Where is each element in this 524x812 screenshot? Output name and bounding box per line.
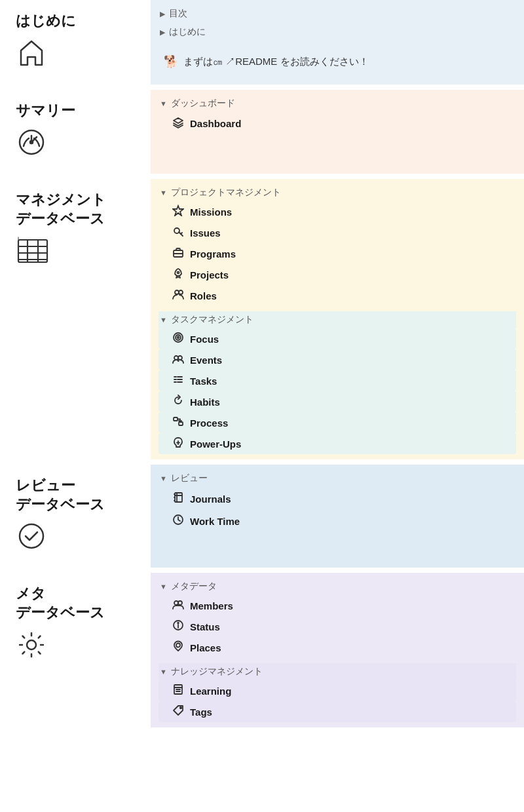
nav-status-label: Status [190,621,220,632]
svg-point-18 [178,337,179,339]
svg-rect-3 [18,240,47,262]
nav-dashboard[interactable]: Dashboard [159,113,516,134]
gear-icon [16,629,47,665]
briefcase-icon [172,246,185,261]
layers-icon [172,117,185,131]
members-icon [172,598,185,613]
nav-projects[interactable]: Projects [159,264,516,285]
nav-issues[interactable]: Issues [159,222,516,243]
nav-places-label: Places [190,642,221,653]
nav-events[interactable]: Events [159,349,516,370]
pin-icon [172,640,185,655]
section-management: マネジメント データベース ▼ プロジェクトマネジメント Mi [0,179,524,459]
nav-roles[interactable]: Roles [159,285,516,306]
arrow-icon: ▶ [160,10,165,18]
arrow-icon: ▼ [160,668,167,676]
group-toc-header[interactable]: ▶ 目次 [159,5,516,22]
section-meta-title: メタ データベース [16,585,105,622]
list-icon [172,374,185,388]
group-knowledge-header[interactable]: ▼ ナレッジマネジメント [159,663,516,680]
nav-roles-label: Roles [190,290,217,301]
section-intro-left: はじめに [0,0,151,85]
nav-worktime-label: Work Time [190,516,240,527]
section-meta: メタ データベース ▼ メタデータ Members [0,573,524,727]
group-task-header[interactable]: ▼ タスクマネジメント [159,311,516,328]
section-summary: サマリー ▼ ダッシュボード Das [0,90,524,174]
arrow-icon: ▼ [160,474,167,482]
section-summary-right: ▼ ダッシュボード Dashboard [151,90,524,174]
gauge-icon [16,126,47,162]
group-metadata-header[interactable]: ▼ メタデータ [159,578,516,595]
group-review-header[interactable]: ▼ レビュー [159,470,516,487]
arrow-icon: ▼ [160,316,167,324]
nav-missions[interactable]: Missions [159,201,516,222]
nav-tasks-label: Tasks [190,376,217,387]
arrow-icon: ▼ [160,583,167,590]
people-icon [172,288,185,303]
nav-tags-label: Tags [190,706,212,718]
section-review-title: レビュー データベース [16,476,105,514]
readme-item[interactable]: 🐕 まずは㎝ ↗README をお読みください！ [159,51,516,72]
cycle-icon [172,395,185,409]
nav-programs[interactable]: Programs [159,243,516,264]
nav-tasks[interactable]: Tasks [159,370,516,391]
nav-learning[interactable]: Learning [159,680,516,701]
nav-issues-label: Issues [190,227,221,239]
nav-missions-label: Missions [190,206,232,218]
nav-powerups[interactable]: Power-Ups [159,433,516,454]
nav-tags[interactable]: Tags [159,701,516,722]
section-review-right: ▼ レビュー Journals [151,465,524,568]
svg-point-17 [176,335,181,340]
group-dashboard-header[interactable]: ▼ ダッシュボード [159,95,516,112]
svg-point-2 [30,141,33,144]
book-icon [172,684,185,698]
section-intro-right: ▶ 目次 ▶ はじめに 🐕 まずは㎝ ↗README をお読みください！ [151,0,524,85]
nav-process[interactable]: Process [159,412,516,433]
table-icon [16,235,50,270]
group-metadata-label: メタデータ [171,581,217,592]
clock-icon [172,514,185,528]
svg-point-15 [179,290,183,294]
svg-rect-28 [179,422,183,425]
section-review: レビュー データベース ▼ レビュー Jo [0,465,524,568]
svg-marker-9 [173,206,183,216]
journal-icon [172,492,185,506]
nav-habits-label: Habits [190,396,220,408]
nav-journals-label: Journals [190,493,231,505]
section-intro-title: はじめに [16,12,76,31]
group-dashboard-label: ダッシュボード [171,98,235,109]
nav-members[interactable]: Members [159,595,516,616]
info-icon [172,619,185,634]
section-meta-left: メタ データベース [0,573,151,727]
svg-point-45 [176,644,180,648]
section-management-left: マネジメント データベース [0,179,151,459]
group-project-header[interactable]: ▼ プロジェクトマネジメント [159,184,516,201]
nav-dashboard-label: Dashboard [190,118,241,129]
readme-label: まずは㎝ ↗README をお読みください！ [183,56,369,68]
nav-places[interactable]: Places [159,637,516,658]
key-icon [172,225,185,240]
section-management-right: ▼ プロジェクトマネジメント Missions Issues [151,179,524,459]
home-icon [16,37,47,73]
rocket-icon [172,267,185,282]
nav-learning-label: Learning [190,686,231,697]
nav-worktime[interactable]: Work Time [159,511,516,532]
nav-powerups-label: Power-Ups [190,438,241,450]
group-intro-header[interactable]: ▶ はじめに [159,24,516,41]
section-review-left: レビュー データベース [0,465,151,568]
powerup-icon [172,436,185,451]
nav-status[interactable]: Status [159,616,516,637]
nav-events-label: Events [190,355,222,366]
group-intro-label: はじめに [169,26,206,38]
nav-focus[interactable]: Focus [159,328,516,349]
star-icon [172,204,185,219]
nav-journals[interactable]: Journals [159,488,516,509]
svg-point-39 [27,640,36,649]
nav-habits[interactable]: Habits [159,391,516,412]
group-toc-label: 目次 [169,8,187,20]
section-management-title: マネジメント データベース [16,191,106,228]
group-project-label: プロジェクトマネジメント [171,187,281,199]
group-review-label: レビュー [171,473,208,484]
svg-point-50 [180,707,181,708]
arrow-icon: ▶ [160,28,165,37]
